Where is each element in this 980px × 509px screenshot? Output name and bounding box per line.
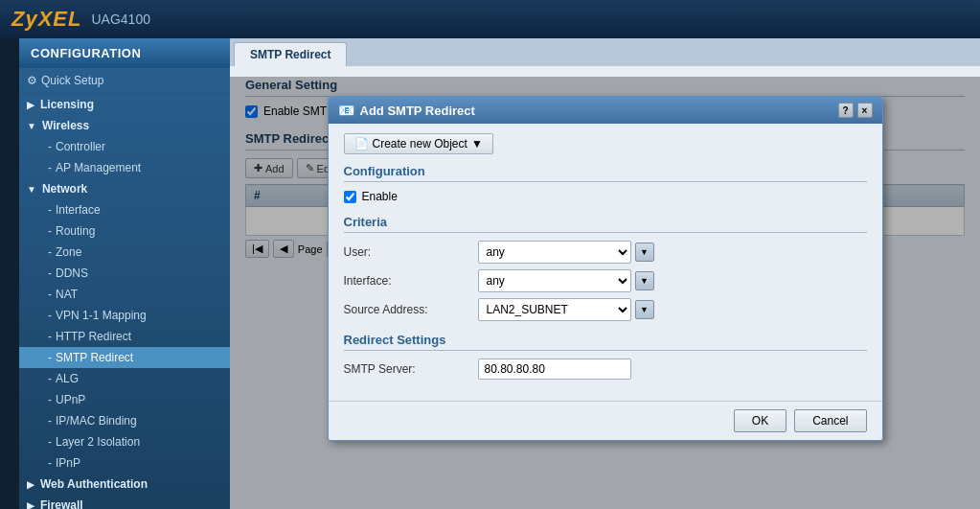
redirect-settings-section: Redirect Settings SMTP Server:	[344, 333, 867, 380]
sidebar-item-label: VPN 1-1 Mapping	[56, 309, 147, 322]
sidebar-item-label: Network	[42, 182, 87, 196]
quick-setup-item[interactable]: ⚙ Quick Setup	[19, 68, 230, 94]
quick-setup-icon: ⚙	[27, 74, 37, 87]
modal-title: 📧 Add SMTP Redirect	[338, 103, 475, 118]
interface-select[interactable]: any	[478, 269, 631, 292]
sidebar-item-label: Wireless	[42, 119, 89, 132]
sidebar-item-ap-management[interactable]: - AP Management	[19, 157, 230, 178]
sidebar-item-label: NAT	[56, 288, 78, 301]
sidebar-item-upnp[interactable]: - UPnP	[19, 389, 230, 410]
dash-icon: -	[48, 288, 52, 301]
criteria-section: Criteria User: any ▼ Interface:	[344, 215, 867, 321]
tab-smtp-redirect[interactable]: SMTP Redirect	[234, 42, 347, 66]
sidebar-item-label: Controller	[56, 140, 105, 153]
interface-dropdown-arrow[interactable]: ▼	[635, 271, 654, 290]
modal-title-text: Add SMTP Redirect	[360, 104, 475, 118]
add-smtp-redirect-modal: 📧 Add SMTP Redirect ? × 📄 Create new Obj…	[328, 96, 883, 441]
sidebar-item-vpn-mapping[interactable]: - VPN 1-1 Mapping	[19, 305, 230, 326]
sidebar-item-label: Licensing	[40, 98, 94, 111]
modal-controls: ? ×	[838, 103, 873, 118]
cancel-button[interactable]: Cancel	[794, 409, 866, 432]
criteria-section-title: Criteria	[344, 215, 867, 233]
dash-icon: -	[48, 351, 52, 364]
sidebar-item-smtp-redirect[interactable]: - SMTP Redirect	[19, 347, 230, 368]
sidebar: CONFIGURATION ⚙ Quick Setup ▶ Licensing …	[19, 38, 230, 509]
sidebar-item-alg[interactable]: - ALG	[19, 368, 230, 389]
create-object-label: Create new Object	[373, 137, 467, 150]
user-row: User: any ▼	[344, 241, 867, 264]
modal-close-button[interactable]: ×	[857, 103, 873, 118]
create-object-button[interactable]: 📄 Create new Object ▼	[344, 133, 493, 154]
model-text: UAG4100	[91, 12, 149, 27]
ok-button[interactable]: OK	[734, 409, 786, 432]
source-address-dropdown-arrow[interactable]: ▼	[635, 300, 654, 319]
logo-brand: ZyXEL	[11, 7, 81, 31]
sidebar-item-ipnp[interactable]: - IPnP	[19, 452, 230, 474]
dash-icon: -	[48, 140, 52, 153]
dash-icon: -	[48, 435, 52, 449]
interface-label: Interface:	[344, 274, 478, 288]
modal-help-button[interactable]: ?	[838, 103, 854, 118]
sidebar-item-routing[interactable]: - Routing	[19, 220, 230, 242]
smtp-server-control	[478, 359, 631, 380]
tab-bar: SMTP Redirect	[230, 38, 980, 66]
modal-overlay: 📧 Add SMTP Redirect ? × 📄 Create new Obj…	[230, 77, 980, 509]
content-wrapper: SMTP Redirect General Setting Enable SMT…	[230, 38, 980, 509]
sidebar-item-http-redirect[interactable]: - HTTP Redirect	[19, 326, 230, 347]
source-address-select[interactable]: LAN2_SUBNET	[478, 298, 631, 321]
modal-enable-row: Enable	[344, 190, 867, 203]
left-icon-strip	[0, 38, 19, 509]
sidebar-item-label: HTTP Redirect	[56, 330, 131, 343]
expand-icon: ▶	[27, 479, 34, 490]
sidebar-item-layer2-isolation[interactable]: - Layer 2 Isolation	[19, 431, 230, 452]
sidebar-item-nat[interactable]: - NAT	[19, 284, 230, 305]
modal-enable-label: Enable	[362, 190, 398, 203]
dash-icon: -	[48, 161, 52, 174]
modal-enable-checkbox[interactable]	[344, 191, 356, 203]
sidebar-item-label: Zone	[56, 245, 81, 259]
source-address-row: Source Address: LAN2_SUBNET ▼	[344, 298, 867, 321]
dash-icon: -	[48, 203, 52, 217]
smtp-server-label: SMTP Server:	[344, 362, 478, 376]
dash-icon: -	[48, 414, 52, 428]
sidebar-item-wireless[interactable]: ▼ Wireless	[19, 115, 230, 136]
modal-header: 📧 Add SMTP Redirect ? ×	[329, 97, 882, 124]
smtp-server-input[interactable]	[478, 359, 631, 380]
sidebar-item-label: Interface	[56, 203, 101, 217]
interface-row: Interface: any ▼	[344, 269, 867, 292]
dash-icon: -	[48, 330, 52, 343]
sidebar-item-zone[interactable]: - Zone	[19, 242, 230, 263]
user-dropdown-arrow[interactable]: ▼	[635, 243, 654, 262]
sidebar-item-label: ALG	[56, 372, 79, 385]
user-control: any ▼	[478, 241, 654, 264]
source-address-control: LAN2_SUBNET ▼	[478, 298, 654, 321]
app-header: ZyXEL UAG4100	[0, 0, 980, 38]
dash-icon: -	[48, 393, 52, 406]
sidebar-section-header: CONFIGURATION	[19, 38, 230, 68]
modal-icon: 📧	[338, 103, 354, 118]
sidebar-item-label: DDNS	[56, 266, 88, 280]
sidebar-item-label: Routing	[56, 224, 95, 238]
modal-body: 📄 Create new Object ▼ Configuration Enab…	[329, 124, 882, 401]
sidebar-item-network[interactable]: ▼ Network	[19, 178, 230, 199]
sidebar-item-label: Firewall	[40, 498, 83, 509]
sidebar-item-label: IP/MAC Binding	[56, 414, 137, 428]
dash-icon: -	[48, 456, 52, 470]
sidebar-item-label: Layer 2 Isolation	[56, 435, 140, 449]
object-icon: 📄	[354, 137, 369, 150]
sidebar-item-label: Web Authentication	[40, 477, 148, 491]
user-select[interactable]: any	[478, 241, 631, 264]
dash-icon: -	[48, 372, 52, 385]
dash-icon: -	[48, 245, 52, 259]
quick-setup-label: Quick Setup	[41, 74, 103, 87]
sidebar-item-firewall[interactable]: ▶ Firewall	[19, 495, 230, 509]
main-layout: CONFIGURATION ⚙ Quick Setup ▶ Licensing …	[0, 38, 980, 509]
configuration-section-title: Configuration	[344, 164, 867, 182]
sidebar-item-web-auth[interactable]: ▶ Web Authentication	[19, 474, 230, 495]
sidebar-item-licensing[interactable]: ▶ Licensing	[19, 94, 230, 115]
sidebar-item-ddns[interactable]: - DDNS	[19, 263, 230, 284]
sidebar-item-ipmac-binding[interactable]: - IP/MAC Binding	[19, 410, 230, 431]
sidebar-item-interface[interactable]: - Interface	[19, 199, 230, 220]
dash-icon: -	[48, 224, 52, 238]
sidebar-item-controller[interactable]: - Controller	[19, 136, 230, 157]
